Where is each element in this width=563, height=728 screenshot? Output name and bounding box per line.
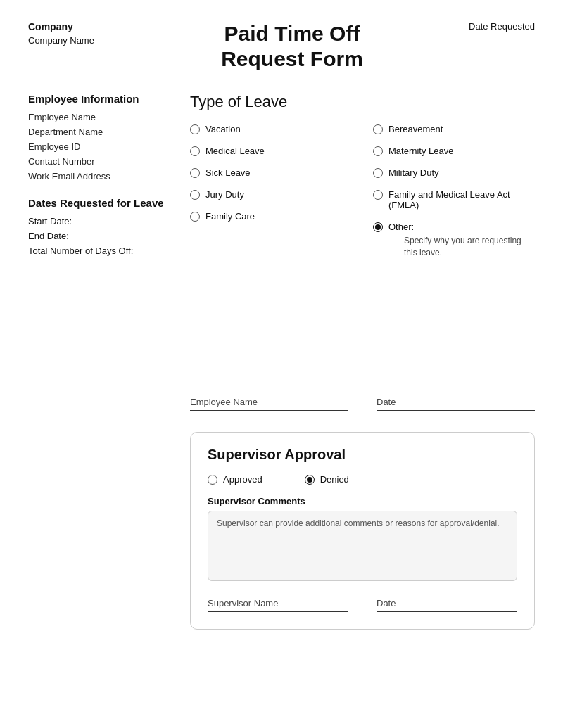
dates-section: Dates Requested for Leave Start Date: En… [28, 197, 176, 256]
leave-option-vacation[interactable]: Vacation [190, 124, 352, 134]
leave-option-medical[interactable]: Medical Leave [190, 146, 352, 156]
other-label-container: Other: Specify why you are requesting th… [388, 222, 535, 259]
supervisor-date-label: Date [377, 598, 396, 608]
leave-option-jury[interactable]: Jury Duty [190, 189, 352, 200]
radio-military[interactable] [373, 168, 383, 178]
employee-name-sig-label: Employee Name [190, 397, 258, 407]
comments-label: Supervisor Comments [208, 496, 517, 506]
radio-bereavement[interactable] [373, 124, 383, 134]
label-vacation: Vacation [205, 124, 241, 134]
supervisor-date-sig: Date [377, 598, 517, 612]
date-requested-label: Date Requested [443, 21, 535, 32]
label-bereavement: Bereavement [388, 124, 443, 134]
leave-option-other[interactable]: Other: Specify why you are requesting th… [373, 222, 535, 259]
work-email-field: Work Email Address [28, 171, 176, 181]
company-section: Company Company Name [28, 21, 141, 46]
radio-family-care[interactable] [190, 212, 200, 222]
employee-date-sig: Date [377, 397, 535, 411]
employee-signature-section: Employee Name Date [190, 397, 535, 415]
company-name: Company Name [28, 35, 141, 46]
company-label: Company [28, 21, 141, 32]
radio-jury[interactable] [190, 190, 200, 200]
label-military: Military Duty [388, 167, 439, 178]
denied-label: Denied [320, 474, 349, 485]
leave-options: Vacation Medical Leave Sick Leave Jury D… [190, 124, 535, 270]
radio-medical[interactable] [190, 146, 200, 156]
label-sick: Sick Leave [205, 167, 251, 178]
supervisor-approval-box: Supervisor Approval Approved Denied Supe… [190, 432, 535, 630]
radio-approved[interactable] [208, 475, 217, 485]
label-maternity: Maternity Leave [388, 146, 454, 156]
employee-name-field: Employee Name [28, 112, 176, 122]
form-title: Paid Time Off Request Form [141, 21, 443, 72]
comments-box[interactable]: Supervisor can provide additional commen… [208, 511, 517, 581]
leave-type-title: Type of Leave [190, 93, 535, 111]
department-name-field: Department Name [28, 127, 176, 137]
supervisor-signature-section: Supervisor Name Date [208, 598, 517, 612]
label-jury: Jury Duty [205, 189, 244, 200]
leave-option-military[interactable]: Military Duty [373, 167, 535, 178]
employee-name-sig: Employee Name [190, 397, 348, 411]
dates-title: Dates Requested for Leave [28, 197, 176, 209]
supervisor-title: Supervisor Approval [208, 447, 517, 463]
approval-options: Approved Denied [208, 474, 517, 485]
leave-left-col: Vacation Medical Leave Sick Leave Jury D… [190, 124, 352, 270]
denied-option[interactable]: Denied [305, 474, 349, 485]
employee-date-sig-label: Date [377, 397, 396, 407]
leave-option-maternity[interactable]: Maternity Leave [373, 146, 535, 156]
radio-fmla[interactable] [373, 190, 383, 200]
approved-option[interactable]: Approved [208, 474, 262, 485]
leave-option-sick[interactable]: Sick Leave [190, 167, 352, 178]
form-title-line2: Request Form [221, 47, 363, 70]
label-medical: Medical Leave [205, 146, 265, 156]
leave-right-col: Bereavement Maternity Leave Military Dut… [373, 124, 535, 270]
supervisor-name-sig: Supervisor Name [208, 598, 348, 612]
form-title-line1: Paid Time Off [224, 22, 360, 45]
leave-option-family-care[interactable]: Family Care [190, 211, 352, 222]
radio-other[interactable] [373, 222, 383, 232]
supervisor-name-label: Supervisor Name [208, 598, 278, 608]
other-specify: Specify why you are requesting this leav… [404, 235, 535, 259]
leave-option-fmla[interactable]: Family and Medical Leave Act (FMLA) [373, 189, 535, 210]
label-fmla: Family and Medical Leave Act (FMLA) [388, 189, 535, 210]
employee-info-fields: Employee Name Department Name Employee I… [28, 112, 176, 181]
start-date-field: Start Date: [28, 216, 176, 226]
radio-denied[interactable] [305, 475, 315, 485]
approved-label: Approved [223, 474, 262, 485]
end-date-field: End Date: [28, 231, 176, 241]
content-wrapper: Type of Leave Vacation Medical Leave Sic… [190, 93, 535, 630]
radio-maternity[interactable] [373, 146, 383, 156]
label-family-care: Family Care [205, 211, 255, 222]
main-layout: Employee Information Employee Name Depar… [28, 93, 535, 630]
page-header: Company Company Name Paid Time Off Reque… [28, 21, 535, 72]
employee-id-field: Employee ID [28, 141, 176, 152]
radio-vacation[interactable] [190, 124, 200, 134]
left-column: Employee Information Employee Name Depar… [28, 93, 176, 630]
contact-number-field: Contact Number [28, 156, 176, 167]
leave-option-bereavement[interactable]: Bereavement [373, 124, 535, 134]
label-other: Other: [388, 222, 414, 232]
radio-sick[interactable] [190, 168, 200, 178]
employee-info-title: Employee Information [28, 93, 176, 105]
right-column: Type of Leave Vacation Medical Leave Sic… [190, 93, 535, 630]
total-days-field: Total Number of Days Off: [28, 245, 176, 256]
